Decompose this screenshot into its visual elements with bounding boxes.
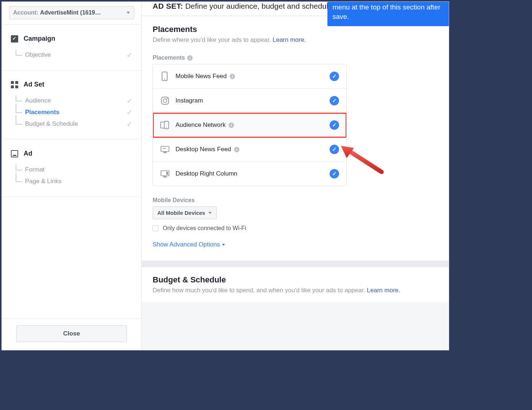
nav-section-adset: Ad Set Audience ✓ Placements ✓ Budget & … <box>2 71 141 140</box>
nav-item-audience[interactable]: Audience ✓ <box>11 95 133 106</box>
info-icon[interactable]: i <box>187 55 193 61</box>
nav-section-ad: Ad Format Page & Links <box>2 140 141 197</box>
section-sub-placements: Define where you'd like your ads to appe… <box>153 36 438 44</box>
check-icon: ✓ <box>125 108 133 117</box>
learn-more-link[interactable]: Learn more. <box>273 36 306 43</box>
account-label: Account: <box>13 9 38 16</box>
svg-rect-14 <box>164 176 166 177</box>
mobile-devices-dropdown[interactable]: All Mobile Devices <box>153 206 217 219</box>
devices-icon <box>160 120 170 130</box>
section-divider <box>142 261 449 267</box>
account-selector[interactable]: Account: AdvertiseMint (1619… <box>9 6 134 19</box>
svg-point-4 <box>167 98 168 99</box>
wifi-checkbox[interactable] <box>153 225 158 231</box>
nav-title-ad[interactable]: Ad <box>11 150 133 157</box>
chevron-down-icon <box>208 212 212 214</box>
svg-point-1 <box>164 79 165 80</box>
placement-row-desktop-right-column[interactable]: Desktop Right Column ✓ <box>153 162 346 186</box>
svg-rect-13 <box>166 172 168 174</box>
info-icon[interactable]: i <box>230 74 235 79</box>
placement-row-audience-network[interactable]: Audience Networki ✓ <box>153 113 346 137</box>
adset-icon <box>11 81 18 88</box>
placement-row-instagram[interactable]: Instagram ✓ <box>153 89 346 113</box>
placement-row-mobile-news-feed[interactable]: Mobile News Feedi ✓ <box>153 64 346 89</box>
main-content: AD SET: Define your audience, budget and… <box>142 2 449 350</box>
placement-toggle[interactable]: ✓ <box>330 145 339 154</box>
svg-rect-15 <box>163 177 167 177</box>
placement-list: Mobile News Feedi ✓ Instagram ✓ <box>153 64 347 186</box>
nav-item-objective[interactable]: Objective ✓ <box>11 49 133 61</box>
instagram-icon <box>160 96 170 105</box>
nav-item-page-links[interactable]: Page & Links <box>11 176 133 187</box>
mobile-icon <box>160 72 170 81</box>
nav-title-adset[interactable]: Ad Set <box>11 81 133 88</box>
close-button[interactable]: Close <box>16 325 127 342</box>
ad-icon <box>11 150 18 157</box>
check-icon: ✓ <box>125 96 133 105</box>
svg-rect-10 <box>164 152 166 153</box>
svg-point-7 <box>166 127 167 128</box>
mobile-devices-label: Mobile Devices <box>153 197 438 204</box>
nav-item-format[interactable]: Format <box>11 164 133 176</box>
placement-toggle[interactable]: ✓ <box>330 120 339 130</box>
nav-item-budget-schedule[interactable]: Budget & Schedule ✓ <box>11 118 133 130</box>
placement-row-desktop-news-feed[interactable]: Desktop News Feedi ✓ <box>153 137 346 162</box>
section-sub-budget: Define how much you'd like to spend, and… <box>153 287 438 294</box>
svg-rect-11 <box>163 152 167 153</box>
info-icon[interactable]: i <box>234 147 239 152</box>
section-title-budget: Budget & Schedule <box>153 275 438 285</box>
campaign-icon <box>11 35 18 43</box>
placement-toggle[interactable]: ✓ <box>330 72 339 81</box>
chevron-down-icon <box>126 12 130 14</box>
desktop-icon <box>160 145 170 154</box>
placement-toggle[interactable]: ✓ <box>330 96 339 105</box>
placements-label: Placements i <box>153 55 438 61</box>
check-icon: ✓ <box>125 120 133 128</box>
desktop-column-icon <box>160 169 170 178</box>
check-icon: ✓ <box>125 51 133 59</box>
chevron-down-icon <box>222 244 225 246</box>
learn-more-link[interactable]: Learn more. <box>367 287 400 294</box>
account-value: AdvertiseMint (1619… <box>40 9 101 16</box>
svg-point-3 <box>163 99 167 102</box>
nav-section-campaign: Campaign Objective ✓ <box>2 25 141 71</box>
hint-tooltip: menu at the top of this section after sa… <box>327 1 449 26</box>
sidebar: Account: AdvertiseMint (1619… Campaign O… <box>2 2 142 350</box>
nav-item-placements[interactable]: Placements ✓ <box>11 106 133 118</box>
show-advanced-link[interactable]: Show Advanced Options <box>153 241 225 248</box>
nav-title-campaign[interactable]: Campaign <box>11 35 133 43</box>
placement-toggle[interactable]: ✓ <box>330 169 339 178</box>
wifi-label: Only devices connected to Wi-Fi <box>163 225 246 232</box>
info-icon[interactable]: i <box>229 122 234 128</box>
svg-rect-8 <box>161 146 169 152</box>
